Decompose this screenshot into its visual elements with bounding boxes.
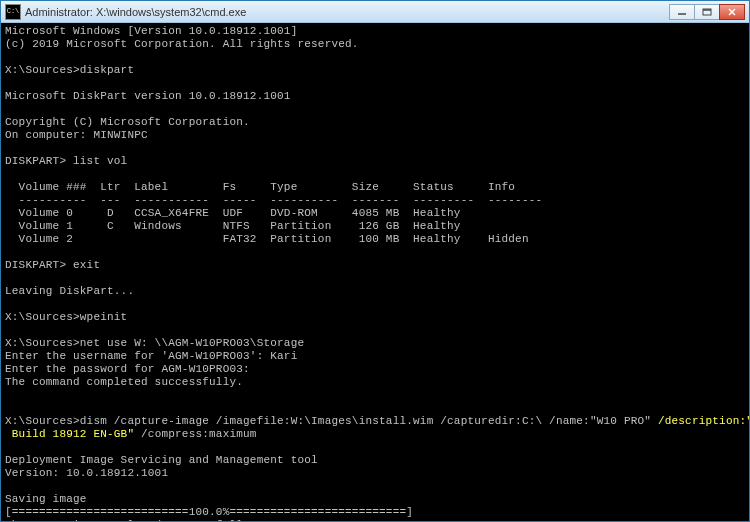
titlebar[interactable]: C:\ Administrator: X:\windows\system32\c… bbox=[1, 1, 749, 23]
output-line: Microsoft DiskPart version 10.0.18912.10… bbox=[5, 90, 291, 102]
output-line: The operation completed successfully. bbox=[5, 519, 257, 521]
highlighted-text: Build 18912 EN-GB" bbox=[5, 428, 134, 440]
table-row: Volume 0 D CCSA_X64FRE UDF DVD-ROM 4085 … bbox=[5, 207, 461, 219]
table-row: Volume 2 FAT32 Partition 100 MB Healthy … bbox=[5, 233, 529, 245]
output-line: Saving image bbox=[5, 493, 87, 505]
console-output[interactable]: Microsoft Windows [Version 10.0.18912.10… bbox=[1, 23, 749, 521]
window-title: Administrator: X:\windows\system32\cmd.e… bbox=[25, 6, 670, 18]
output-line: (c) 2019 Microsoft Corporation. All righ… bbox=[5, 38, 359, 50]
output-line: The command completed successfully. bbox=[5, 376, 243, 388]
table-row: Volume 1 C Windows NTFS Partition 126 GB… bbox=[5, 220, 461, 232]
close-button[interactable] bbox=[719, 4, 745, 20]
output-line: Copyright (C) Microsoft Corporation. bbox=[5, 116, 250, 128]
output-line: Deployment Image Servicing and Managemen… bbox=[5, 454, 318, 466]
output-line: Enter the password for AGM-W10PRO03: bbox=[5, 363, 250, 375]
output-line: Leaving DiskPart... bbox=[5, 285, 134, 297]
progress-bar: [==========================100.0%=======… bbox=[5, 506, 413, 518]
window-controls bbox=[670, 4, 745, 20]
prompt-line: X:\Sources>net use W: \\AGM-W10PRO03\Sto… bbox=[5, 337, 304, 349]
minimize-button[interactable] bbox=[669, 4, 695, 20]
prompt-line: X:\Sources>diskpart bbox=[5, 64, 134, 76]
output-line: On computer: MINWINPC bbox=[5, 129, 148, 141]
table-divider: ---------- --- ----------- ----- -------… bbox=[5, 194, 542, 206]
maximize-button[interactable] bbox=[694, 4, 720, 20]
prompt-line: DISKPART> list vol bbox=[5, 155, 127, 167]
prompt-line: X:\Sources>dism /capture-image /imagefil… bbox=[5, 415, 658, 427]
prompt-line: /compress:maximum bbox=[134, 428, 256, 440]
output-line: Version: 10.0.18912.1001 bbox=[5, 467, 168, 479]
cmd-window: C:\ Administrator: X:\windows\system32\c… bbox=[0, 0, 750, 522]
table-header: Volume ### Ltr Label Fs Type Size Status… bbox=[5, 181, 515, 193]
cmd-icon: C:\ bbox=[5, 4, 21, 20]
prompt-line: DISKPART> exit bbox=[5, 259, 100, 271]
output-line: Enter the username for 'AGM-W10PRO03': K… bbox=[5, 350, 297, 362]
output-line: Microsoft Windows [Version 10.0.18912.10… bbox=[5, 25, 297, 37]
prompt-line: X:\Sources>wpeinit bbox=[5, 311, 127, 323]
highlighted-text: /description:"W10 PRO x64 bbox=[658, 415, 749, 427]
